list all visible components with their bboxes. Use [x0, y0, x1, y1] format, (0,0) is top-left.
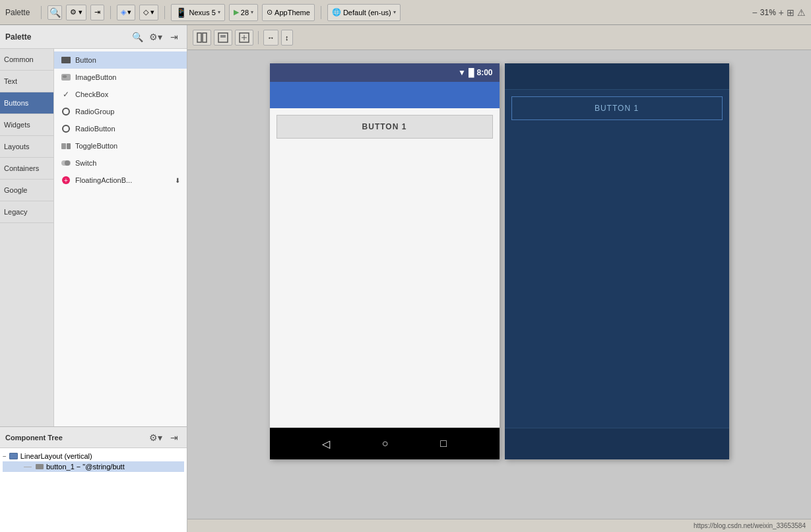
search-button[interactable]: 🔍 [48, 5, 62, 20]
checkbox-icon-shape: ✓ [63, 90, 69, 99]
left-panel: Palette 🔍 ⚙▾ ⇥ Common Text Buttons Widge… [0, 25, 187, 532]
wifi-icon: ▼ [458, 68, 466, 77]
warning-icon: ⚠ [797, 7, 806, 18]
zoom-level-label: 31% [760, 8, 776, 17]
phone-button-1[interactable]: BUTTON 1 [276, 115, 493, 139]
api-caret: ▾ [251, 9, 253, 15]
fab-icon-shape: + [62, 176, 70, 184]
component-tree: Component Tree ⚙▾ ⇥ − LinearLayout (vert… [0, 426, 187, 532]
locale-label: Default (en-us) [343, 9, 391, 17]
checkbox-icon: ✓ [61, 89, 71, 100]
tree-expand-icon[interactable]: − [3, 453, 7, 460]
phone-time: 8:00 [476, 68, 492, 77]
palette-header: Palette 🔍 ⚙▾ ⇥ [0, 25, 187, 49]
api-selector[interactable]: ▶ 28 ▾ [229, 4, 258, 21]
radiobutton-icon [61, 123, 71, 134]
nav-back-icon[interactable]: ◁ [322, 438, 330, 450]
collapse-button[interactable]: ⇥ [90, 5, 104, 20]
nav-recents-icon[interactable]: □ [440, 438, 447, 449]
sidebar-item-layouts[interactable]: Layouts [0, 136, 53, 158]
switch-icon [61, 158, 71, 168]
view-columns-button[interactable] [193, 30, 211, 46]
blueprint-content-area: BUTTON 1 [505, 90, 729, 428]
second-toolbar-sep [258, 31, 259, 44]
widget-label-button: Button [75, 56, 96, 64]
sidebar-item-google[interactable]: Google [0, 180, 53, 201]
widget-label-radiogroup: RadioGroup [75, 108, 114, 116]
tree-item-linearlayout[interactable]: − LinearLayout (vertical) [3, 451, 184, 461]
settings-button[interactable]: ⚙ ▾ [66, 5, 86, 20]
widget-item-checkbox[interactable]: ✓ CheckBox [54, 86, 187, 103]
widget-item-imagebutton[interactable]: ImageButton [54, 69, 187, 86]
sidebar-item-text[interactable]: Text [0, 71, 53, 92]
tree-item-button1[interactable]: button_1 − "@string/butt [3, 461, 184, 472]
main-layout: Palette 🔍 ⚙▾ ⇥ Common Text Buttons Widge… [0, 25, 811, 532]
widget-item-button[interactable]: Button [54, 51, 187, 69]
tree-header: Component Tree ⚙▾ ⇥ [0, 427, 187, 448]
widget-item-fab[interactable]: + FloatingActionB... ⬇ [54, 172, 187, 189]
second-toolbar: ↔ ↕ [187, 25, 811, 50]
widget-label-checkbox: CheckBox [75, 90, 108, 98]
design-canvas: ▼ █ 8:00 BUTTON 1 ◁ ○ □ [187, 50, 811, 519]
separator-2 [110, 6, 111, 19]
widget-label-radiobutton: RadioButton [75, 125, 115, 133]
imagebutton-icon [61, 72, 71, 83]
palette-title-label: Palette [5, 8, 30, 17]
device-selector[interactable]: 📱 Nexus 5 ▾ [171, 4, 224, 21]
phone-content-area: BUTTON 1 [270, 108, 500, 428]
widget-label-fab: FloatingActionB... [75, 176, 132, 184]
widget-label-switch: Switch [75, 159, 96, 167]
widget-item-radiobutton[interactable]: RadioButton [54, 120, 187, 137]
status-url: https://blog.csdn.net/weixin_33653584 [694, 522, 806, 529]
phone-blueprint: BUTTON 1 [505, 63, 729, 459]
zoom-controls: − 31% + ⊞ ⚠ [752, 7, 806, 18]
sidebar-item-widgets[interactable]: Widgets [0, 114, 53, 136]
widget-item-togglebutton[interactable]: ToggleButton [54, 137, 187, 154]
tree-settings-button[interactable]: ⚙▾ [148, 430, 163, 445]
separator-3 [164, 6, 165, 19]
widget-item-radiogroup[interactable]: RadioGroup [54, 103, 187, 120]
palette-header-title: Palette [5, 32, 126, 42]
widget-list: Button ImageButton ✓ CheckB [54, 49, 187, 426]
locale-caret: ▾ [393, 9, 396, 15]
theme-selector[interactable]: ⊙ AppTheme [262, 4, 315, 21]
blueprint-navigation-bar [505, 428, 729, 459]
download-icon: ⬇ [175, 177, 180, 184]
zoom-in-button[interactable]: + [779, 7, 784, 18]
zoom-out-button[interactable]: − [752, 7, 758, 18]
tree-body: − LinearLayout (vertical) button_1 − "@s… [0, 448, 187, 532]
top-toolbar: Palette 🔍 ⚙ ▾ ⇥ ◈ ▾ ◇ ▾ 📱 Nexus 5 ▾ ▶ 28… [0, 0, 811, 25]
view-design-button[interactable] [214, 30, 232, 46]
switch-icon-shape [61, 160, 71, 166]
palette-settings-button[interactable]: ⚙▾ [148, 30, 163, 44]
tree-collapse-button[interactable]: ⇥ [167, 430, 181, 445]
svg-rect-0 [197, 33, 201, 42]
status-bar: https://blog.csdn.net/weixin_33653584 [187, 519, 811, 532]
sidebar-item-common[interactable]: Common [0, 49, 53, 71]
locale-selector[interactable]: 🌐 Default (en-us) ▾ [327, 4, 401, 21]
fit-to-window-button[interactable]: ⊞ [787, 7, 795, 18]
widget-item-switch[interactable]: Switch [54, 154, 187, 172]
button1-label: button_1 − "@string/butt [46, 463, 125, 471]
sidebar-item-buttons[interactable]: Buttons [0, 92, 53, 114]
move-horizontal-button[interactable]: ↔ [263, 30, 278, 46]
sidebar-item-containers[interactable]: Containers [0, 158, 53, 180]
blueprint-app-toolbar [505, 63, 729, 90]
widget-label-imagebutton: ImageButton [75, 73, 116, 81]
button-icon-shape [61, 57, 71, 63]
move-vertical-button[interactable]: ↕ [281, 30, 293, 46]
palette-search-button[interactable]: 🔍 [130, 30, 145, 44]
sidebar-item-legacy[interactable]: Legacy [0, 201, 53, 223]
separator-4 [321, 6, 321, 19]
layout-toggle[interactable]: ◈ ▾ [117, 5, 135, 20]
imagebutton-icon-shape [61, 74, 71, 81]
view-blueprint-button[interactable] [235, 30, 253, 46]
nav-home-icon[interactable]: ○ [382, 438, 389, 449]
phone-app-toolbar [270, 82, 500, 108]
togglebutton-icon [61, 141, 71, 151]
design-toggle[interactable]: ◇ ▾ [139, 5, 158, 20]
phone-status-bar: ▼ █ 8:00 [270, 63, 500, 82]
blueprint-button-1[interactable]: BUTTON 1 [511, 96, 723, 120]
palette-collapse-button[interactable]: ⇥ [167, 30, 181, 44]
togglebutton-icon-shape [61, 143, 71, 149]
